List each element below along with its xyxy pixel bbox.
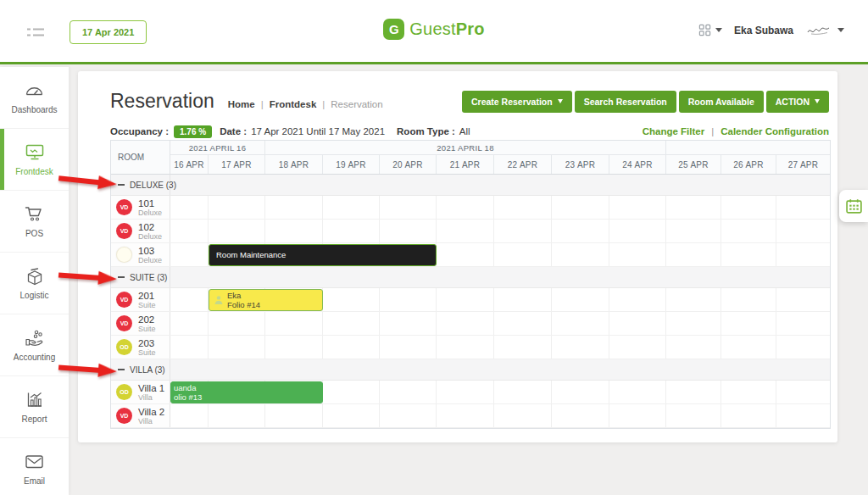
day-cell[interactable] (380, 196, 437, 219)
change-filter-link[interactable]: Change Filter (643, 126, 704, 136)
day-cell[interactable] (437, 381, 494, 403)
day-cell[interactable] (552, 243, 609, 266)
day-cell[interactable] (776, 381, 830, 403)
day-cell[interactable] (609, 220, 666, 242)
day-cell[interactable] (380, 288, 437, 311)
day-cell[interactable] (265, 196, 323, 219)
sidebar-item-report[interactable]: Report (0, 376, 69, 438)
day-cell[interactable] (609, 381, 666, 403)
breadcrumb-frontdesk[interactable]: Frontdesk (270, 99, 317, 109)
day-cell[interactable] (721, 312, 776, 335)
create-reservation-button[interactable]: Create Reservation (462, 91, 572, 113)
day-cell[interactable] (494, 220, 552, 242)
day-cell[interactable] (609, 404, 666, 427)
day-cell[interactable] (721, 381, 776, 403)
day-cell[interactable] (721, 404, 776, 427)
day-cell[interactable] (666, 404, 721, 427)
day-cell[interactable] (380, 312, 437, 335)
current-date-button[interactable]: 17 Apr 2021 (70, 20, 147, 44)
day-cell[interactable] (552, 220, 609, 242)
day-cell[interactable] (494, 288, 552, 311)
day-cell[interactable] (721, 220, 776, 242)
day-cell[interactable] (666, 243, 721, 266)
day-cell[interactable] (609, 312, 666, 335)
day-cell[interactable] (170, 312, 209, 335)
search-reservation-button[interactable]: Search Reservation (575, 91, 676, 113)
day-cell[interactable] (609, 288, 666, 311)
reservation-bar-room-maintenance[interactable]: Room Maintenance (209, 244, 437, 266)
day-cell[interactable] (494, 404, 552, 427)
day-cell[interactable] (776, 312, 830, 335)
sidebar-item-pos[interactable]: POS (0, 191, 69, 253)
breadcrumb-home[interactable]: Home (228, 99, 255, 109)
day-cell[interactable] (776, 220, 830, 242)
day-cell[interactable] (170, 196, 209, 219)
day-cell[interactable] (380, 220, 437, 242)
day-cell[interactable] (265, 404, 323, 427)
group-row-deluxe-3[interactable]: DELUXE (3) (111, 175, 830, 196)
day-cell[interactable] (437, 196, 494, 219)
group-row-villa-3[interactable]: VILLA (3) (111, 359, 830, 381)
day-cell[interactable] (265, 220, 323, 242)
day-cell[interactable] (380, 336, 437, 359)
day-cell[interactable] (552, 312, 609, 335)
sidebar-item-dashboards[interactable]: Dashboards (0, 67, 69, 129)
action-button[interactable]: ACTION (766, 91, 829, 113)
day-cell[interactable] (380, 381, 437, 403)
day-cell[interactable] (437, 220, 494, 242)
day-cell[interactable] (323, 196, 380, 219)
day-cell[interactable] (776, 404, 830, 427)
day-cell[interactable] (552, 288, 609, 311)
day-cell[interactable] (170, 336, 209, 359)
day-cell[interactable] (721, 243, 776, 266)
day-cell[interactable] (170, 404, 209, 427)
day-cell[interactable] (494, 312, 552, 335)
day-cell[interactable] (552, 336, 609, 359)
day-cell[interactable] (552, 381, 609, 403)
day-cell[interactable] (666, 196, 721, 219)
day-cell[interactable] (265, 336, 323, 359)
user-menu-button[interactable] (805, 25, 844, 36)
day-cell[interactable] (609, 336, 666, 359)
day-cell[interactable] (209, 404, 265, 427)
day-cell[interactable] (494, 336, 552, 359)
day-cell[interactable] (776, 288, 830, 311)
day-cell[interactable] (666, 220, 721, 242)
day-cell[interactable] (494, 243, 552, 266)
day-cell[interactable] (265, 312, 323, 335)
reservation-bar-uanda[interactable]: uandaolio #13 (170, 381, 323, 403)
day-cell[interactable] (380, 404, 437, 427)
day-cell[interactable] (437, 312, 494, 335)
day-cell[interactable] (437, 243, 494, 266)
day-cell[interactable] (323, 336, 380, 359)
day-cell[interactable] (170, 220, 209, 242)
apps-menu-button[interactable] (698, 24, 722, 36)
sidebar-item-email[interactable]: Email (0, 438, 69, 495)
day-cell[interactable] (776, 243, 830, 266)
day-cell[interactable] (323, 288, 380, 311)
menu-toggle-icon[interactable] (27, 26, 44, 42)
day-cell[interactable] (323, 404, 380, 427)
day-cell[interactable] (437, 288, 494, 311)
day-cell[interactable] (437, 404, 494, 427)
day-cell[interactable] (666, 288, 721, 311)
day-cell[interactable] (552, 404, 609, 427)
day-cell[interactable] (721, 336, 776, 359)
day-cell[interactable] (323, 381, 380, 403)
day-cell[interactable] (323, 312, 380, 335)
day-cell[interactable] (776, 196, 830, 219)
day-cell[interactable] (209, 220, 265, 242)
day-cell[interactable] (609, 196, 666, 219)
calender-configuration-link[interactable]: Calender Configuration (721, 126, 829, 136)
calendar-flyout-button[interactable] (839, 190, 868, 222)
room-available-button[interactable]: Room Available (679, 91, 764, 113)
day-cell[interactable] (552, 196, 609, 219)
day-cell[interactable] (666, 381, 721, 403)
day-cell[interactable] (494, 381, 552, 403)
group-row-suite-3[interactable]: SUITE (3) (111, 267, 830, 288)
day-cell[interactable] (721, 288, 776, 311)
day-cell[interactable] (721, 196, 776, 219)
day-cell[interactable] (494, 196, 552, 219)
day-cell[interactable] (666, 312, 721, 335)
reservation-bar-eka[interactable]: EkaFolio #14 (209, 289, 323, 311)
